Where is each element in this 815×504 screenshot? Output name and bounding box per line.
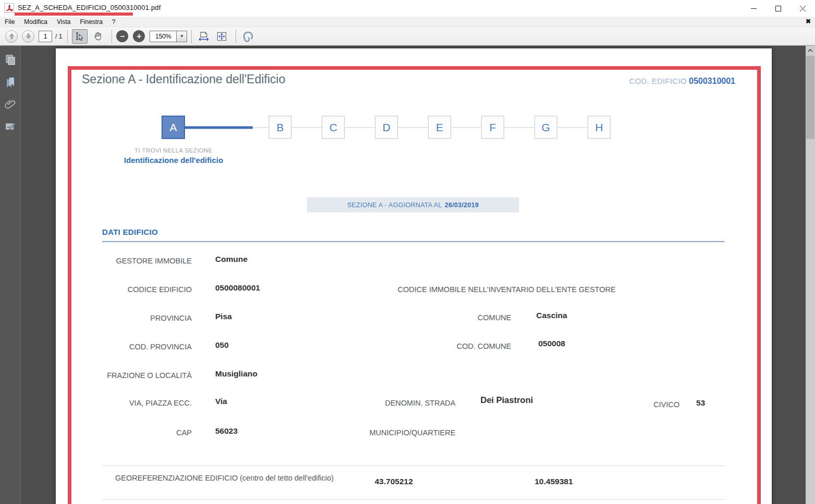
stepper-connector bbox=[185, 127, 268, 128]
toolbar-separator bbox=[236, 30, 236, 43]
field-label: COD. COMUNE bbox=[368, 342, 511, 350]
fit-page-button[interactable] bbox=[214, 29, 229, 44]
page-title: Sezione A - Identificazione dell'Edifici… bbox=[82, 72, 286, 86]
field-label: CODICE IMMOBILE NELL'INVENTARIO DELL'ENT… bbox=[398, 285, 615, 294]
stepper-section-name: Identificazione dell'edificio bbox=[95, 156, 252, 165]
zoom-dropdown-button[interactable]: ▼ bbox=[177, 31, 187, 42]
field-label: VIA, PIAZZA ECC. bbox=[56, 399, 192, 407]
cod-edificio-label: COD. EDIFICIO bbox=[629, 77, 687, 85]
minimize-button[interactable] bbox=[742, 0, 766, 17]
prev-page-icon bbox=[8, 33, 15, 40]
toolbar: / 1 − + 150% ▼ bbox=[0, 27, 815, 46]
window-title: SEZ_A_SCHEDA_EDIFICIO_0500310001.pdf bbox=[18, 4, 161, 11]
row-divider bbox=[102, 465, 724, 466]
zoom-out-button[interactable]: − bbox=[116, 30, 128, 42]
field-label: COD. PROVINCIA bbox=[56, 343, 192, 351]
update-banner-text: SEZIONE A - AGGIORNATA AL bbox=[347, 201, 442, 209]
update-banner: SEZIONE A - AGGIORNATA AL 26/03/2019 bbox=[307, 197, 519, 212]
stepper-connector bbox=[451, 127, 481, 128]
red-underline-annotation bbox=[15, 12, 133, 16]
field-label: CODICE EDIFICIO bbox=[56, 285, 192, 294]
stepper-connector bbox=[398, 127, 428, 128]
page-thumbnails-icon[interactable] bbox=[0, 52, 21, 68]
zoom-in-icon: + bbox=[137, 32, 141, 41]
stepper-connector bbox=[345, 127, 375, 128]
signature-icon[interactable] bbox=[0, 119, 21, 134]
vertical-scrollbar[interactable] bbox=[806, 46, 815, 504]
next-page-icon bbox=[25, 33, 32, 40]
pdf-page: Sezione A - Identificazione dell'Edifici… bbox=[56, 48, 772, 504]
stepper-caption: TI TROVI NELLA SEZIONE bbox=[95, 147, 252, 154]
geo-longitude: 10.459381 bbox=[535, 477, 573, 486]
refresh-swirl-button[interactable] bbox=[240, 29, 256, 44]
attachments-icon[interactable] bbox=[0, 97, 21, 112]
hand-tool-icon bbox=[93, 31, 103, 41]
close-button[interactable] bbox=[791, 0, 815, 17]
field-label: CIVICO bbox=[598, 400, 680, 409]
menu-vista[interactable]: Vista bbox=[52, 17, 75, 27]
field-label: DENOMIN. STRADA bbox=[306, 399, 455, 407]
field-value: Comune bbox=[215, 255, 248, 264]
acrobat-pdf-icon bbox=[4, 3, 14, 13]
menu-bar: File Modifica Vista Finestra ? ✖ bbox=[0, 17, 815, 27]
stepper-step-g: G bbox=[534, 116, 558, 139]
field-value: 050008 bbox=[538, 339, 565, 348]
scroll-up-icon[interactable] bbox=[806, 46, 815, 55]
zoom-in-button[interactable]: + bbox=[133, 30, 145, 42]
menu-file[interactable]: File bbox=[0, 17, 19, 27]
field-label: GESTORE IMMOBILE bbox=[56, 257, 192, 265]
field-label: CAP bbox=[56, 429, 192, 437]
field-label: PROVINCIA bbox=[56, 314, 192, 322]
field-value: 0500080001 bbox=[215, 283, 260, 293]
fit-width-button[interactable] bbox=[196, 29, 212, 44]
prev-page-button[interactable] bbox=[5, 30, 18, 43]
bookmarks-icon[interactable] bbox=[0, 75, 21, 91]
page-total-label: / 1 bbox=[55, 33, 62, 40]
field-label: MUNICIPIO/QUARTIERE bbox=[369, 429, 455, 437]
stepper-progress-line bbox=[185, 126, 253, 129]
page-canvas: Sezione A - Identificazione dell'Edifici… bbox=[21, 46, 806, 504]
select-tool-button[interactable] bbox=[72, 29, 88, 44]
field-value: 56023 bbox=[215, 426, 238, 436]
field-value: Cascina bbox=[536, 311, 567, 320]
document-area: Sezione A - Identificazione dell'Edifici… bbox=[0, 46, 815, 504]
stepper-step-f: F bbox=[481, 116, 504, 139]
menu-modifica[interactable]: Modifica bbox=[19, 17, 52, 27]
section-title: DATI EDIFICIO bbox=[102, 228, 158, 236]
scrollbar-thumb[interactable] bbox=[806, 56, 814, 139]
geo-latitude: 43.705212 bbox=[375, 477, 413, 486]
stepper-step-b: B bbox=[268, 116, 292, 139]
field-value: 050 bbox=[215, 341, 229, 350]
window-title-suffix: · bbox=[137, 4, 139, 11]
field-label: FRAZIONE O LOCALITÀ bbox=[56, 371, 192, 380]
field-label: COMUNE bbox=[368, 313, 511, 322]
stepper-connector bbox=[504, 127, 534, 128]
close-document-icon[interactable]: ✖ bbox=[806, 18, 811, 25]
zoom-out-icon: − bbox=[120, 32, 125, 41]
cod-edificio-header: COD. EDIFICIO 0500310001 bbox=[525, 77, 735, 86]
page-number-input[interactable] bbox=[39, 31, 52, 42]
geo-label: GEOREFERENZIAZIONE EDIFICIO (centro del … bbox=[115, 474, 334, 482]
select-tool-icon bbox=[75, 31, 85, 42]
next-page-button[interactable] bbox=[22, 30, 34, 43]
row-divider bbox=[102, 499, 724, 500]
menu-finestra[interactable]: Finestra bbox=[76, 17, 107, 27]
stepper-connector bbox=[558, 127, 587, 128]
update-banner-date: 26/03/2019 bbox=[444, 201, 479, 209]
cod-edificio-value: 0500310001 bbox=[689, 77, 735, 85]
hand-tool-button[interactable] bbox=[90, 29, 105, 44]
fit-width-icon bbox=[198, 31, 209, 42]
menu-help[interactable]: ? bbox=[107, 17, 120, 27]
toolbar-separator bbox=[112, 30, 112, 43]
field-value: Via bbox=[215, 397, 227, 406]
navigation-pane bbox=[0, 46, 21, 504]
stepper-connector bbox=[292, 127, 322, 128]
field-value: Dei Piastroni bbox=[480, 395, 533, 405]
field-value: Musigliano bbox=[215, 369, 257, 379]
zoom-level-value[interactable]: 150% bbox=[150, 31, 177, 42]
section-stepper: ABCDEFGH bbox=[162, 116, 611, 139]
fit-page-icon bbox=[216, 31, 227, 42]
maximize-button[interactable] bbox=[766, 0, 791, 17]
title-bar: SEZ_A_SCHEDA_EDIFICIO_0500310001.pdf · bbox=[0, 0, 815, 17]
field-value: Pisa bbox=[215, 312, 232, 321]
